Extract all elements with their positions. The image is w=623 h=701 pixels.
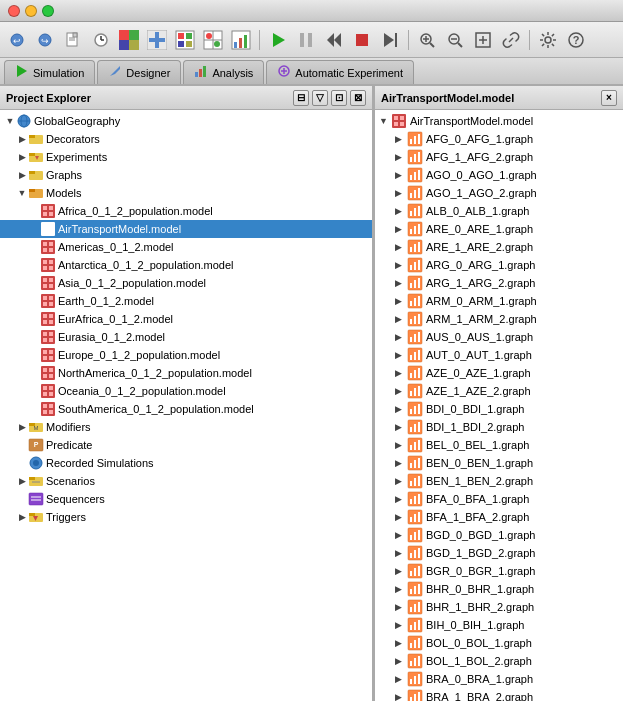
right-tree-item-ben1-ben2[interactable]: ▶ BEN_1_BEN_2.graph — [375, 472, 623, 490]
tool2-button[interactable] — [144, 27, 170, 53]
link-button[interactable] — [498, 27, 524, 53]
tree-item-eurafrica-model[interactable]: EurAfrica_0_1_2.model — [0, 310, 372, 328]
zoom-in-button[interactable] — [414, 27, 440, 53]
right-tree-item-ago1-ago2[interactable]: ▶ AGO_1_AGO_2.graph — [375, 184, 623, 202]
tree-item-graphs[interactable]: ▶ Graphs — [0, 166, 372, 184]
simulation-tab[interactable]: Simulation — [4, 60, 95, 84]
tool5-button[interactable] — [228, 27, 254, 53]
right-tree-item-are1-are2[interactable]: ▶ ARE_1_ARE_2.graph — [375, 238, 623, 256]
right-tree-item-bra1-bra2[interactable]: ▶ BRA_1_BRA_2.graph — [375, 688, 623, 701]
right-tree-item-afg1-afg2[interactable]: ▶ AFG_1_AFG_2.graph — [375, 148, 623, 166]
rewind-button[interactable] — [321, 27, 347, 53]
right-tree-root[interactable]: ▼ AirTransportModel.model — [375, 112, 623, 130]
right-tree-item-bdi0-bdi1[interactable]: ▶ BDI_0_BDI_1.graph — [375, 400, 623, 418]
nav-back-button[interactable]: ↩ — [4, 27, 30, 53]
right-tree-item-bra0-bra1[interactable]: ▶ BRA_0_BRA_1.graph — [375, 670, 623, 688]
right-tree-item-are0-are1[interactable]: ▶ ARE_0_ARE_1.graph — [375, 220, 623, 238]
graph-icon — [407, 293, 423, 309]
svg-rect-121 — [49, 374, 53, 378]
close-panel-button[interactable]: ⊠ — [350, 90, 366, 106]
graph-icon — [407, 491, 423, 507]
right-tree-item-bih0-bih1[interactable]: ▶ BIH_0_BIH_1.graph — [375, 616, 623, 634]
right-tree-item-bgd0-bgd1[interactable]: ▶ BGD_0_BGD_1.graph — [375, 526, 623, 544]
right-tree-item-bhr0-bhr1[interactable]: ▶ BHR_0_BHR_1.graph — [375, 580, 623, 598]
tool1-button[interactable] — [116, 27, 142, 53]
graph-icon — [407, 131, 423, 147]
right-tree-item-aut0-aut1[interactable]: ▶ AUT_0_AUT_1.graph — [375, 346, 623, 364]
tree-item-africa-model[interactable]: Africa_0_1_2_population.model — [0, 202, 372, 220]
stop-button[interactable] — [349, 27, 375, 53]
close-button[interactable] — [8, 5, 20, 17]
tree-item-eurasia-model[interactable]: Eurasia_0_1_2.model — [0, 328, 372, 346]
graph-expand-icon: ▶ — [395, 494, 407, 504]
africa-model-label: Africa_0_1_2_population.model — [58, 205, 213, 217]
right-tree-item-arg0-arg1[interactable]: ▶ ARG_0_ARG_1.graph — [375, 256, 623, 274]
svg-rect-171 — [414, 208, 416, 216]
tree-item-europe-model[interactable]: Europe_0_1_2_population.model — [0, 346, 372, 364]
collapse-all-button[interactable]: ⊟ — [293, 90, 309, 106]
tree-item-asia-model[interactable]: Asia_0_1_2_population.model — [0, 274, 372, 292]
play-button[interactable] — [265, 27, 291, 53]
right-tree-item-afg0-afg1[interactable]: ▶ AFG_0_AFG_1.graph — [375, 130, 623, 148]
auto-experiment-tab[interactable]: Automatic Experiment — [266, 60, 414, 84]
right-tree-item-ben0-ben1[interactable]: ▶ BEN_0_BEN_1.graph — [375, 454, 623, 472]
minimize-button[interactable] — [25, 5, 37, 17]
svg-rect-232 — [418, 476, 420, 486]
tree-item-predicate[interactable]: P Predicate — [0, 436, 372, 454]
right-tree-item-aze1-aze2[interactable]: ▶ AZE_1_AZE_2.graph — [375, 382, 623, 400]
tree-item-global-geography[interactable]: ▼ GlobalGeography — [0, 112, 372, 130]
right-tree-item-bfa0-bfa1[interactable]: ▶ BFA_0_BFA_1.graph — [375, 490, 623, 508]
right-tree-item-aze0-aze1[interactable]: ▶ AZE_0_AZE_1.graph — [375, 364, 623, 382]
maximize-button[interactable] — [42, 5, 54, 17]
right-tree-item-arm1-arm2[interactable]: ▶ ARM_1_ARM_2.graph — [375, 310, 623, 328]
right-tree-item-bel0-bel1[interactable]: ▶ BEL_0_BEL_1.graph — [375, 436, 623, 454]
view-button[interactable]: ⊡ — [331, 90, 347, 106]
file-button[interactable] — [60, 27, 86, 53]
help-button[interactable]: ? — [563, 27, 589, 53]
tree-item-southamerica-model[interactable]: SouthAmerica_0_1_2_population.model — [0, 400, 372, 418]
right-tree-item-bhr1-bhr2[interactable]: ▶ BHR_1_BHR_2.graph — [375, 598, 623, 616]
tool4-button[interactable] — [200, 27, 226, 53]
tree-item-antarctica-model[interactable]: Antarctica_0_1_2_population.model — [0, 256, 372, 274]
tree-item-northamerica-model[interactable]: NorthAmerica_0_1_2_population.model — [0, 364, 372, 382]
tool3-button[interactable] — [172, 27, 198, 53]
svg-rect-264 — [418, 620, 420, 630]
tree-item-recorded-simulations[interactable]: Recorded Simulations — [0, 454, 372, 472]
earth-model-icon — [40, 293, 56, 309]
right-tree-item-aus0-aus1[interactable]: ▶ AUS_0_AUS_1.graph — [375, 328, 623, 346]
expand-dropdown-button[interactable]: ▽ — [312, 90, 328, 106]
right-tree-item-arg1-arg2[interactable]: ▶ ARG_1_ARG_2.graph — [375, 274, 623, 292]
zoom-out-button[interactable] — [442, 27, 468, 53]
tree-item-scenarios[interactable]: ▶ Scenarios — [0, 472, 372, 490]
close-right-panel-button[interactable]: × — [601, 90, 617, 106]
analysis-tab[interactable]: Analysis — [183, 60, 264, 84]
right-tree-item-bgr0-bgr1[interactable]: ▶ BGR_0_BGR_1.graph — [375, 562, 623, 580]
tree-item-decorators[interactable]: ▶ Decorators — [0, 130, 372, 148]
tree-item-sequencers[interactable]: Sequencers — [0, 490, 372, 508]
right-tree-item-bgd1-bgd2[interactable]: ▶ BGD_1_BGD_2.graph — [375, 544, 623, 562]
tree-item-airtransport-model[interactable]: AirTransportModel.model — [0, 220, 372, 238]
right-tree-item-bfa1-bfa2[interactable]: ▶ BFA_1_BFA_2.graph — [375, 508, 623, 526]
tree-item-models[interactable]: ▼ Models — [0, 184, 372, 202]
tree-item-americas-model[interactable]: Americas_0_1_2.model — [0, 238, 372, 256]
tree-item-triggers[interactable]: ▶ Triggers — [0, 508, 372, 526]
tree-item-earth-model[interactable]: Earth_0_1_2.model — [0, 292, 372, 310]
settings-button[interactable] — [535, 27, 561, 53]
right-tree-item-ago0-ago1[interactable]: ▶ AGO_0_AGO_1.graph — [375, 166, 623, 184]
step-button[interactable] — [377, 27, 403, 53]
clock-button[interactable] — [88, 27, 114, 53]
pause-button[interactable] — [293, 27, 319, 53]
tree-item-modifiers[interactable]: ▶ M Modifiers — [0, 418, 372, 436]
tree-item-oceania-model[interactable]: Oceania_0_1_2_population.model — [0, 382, 372, 400]
graph-label: BFA_1_BFA_2.graph — [426, 511, 529, 523]
tree-item-experiments[interactable]: ▶ Experiments — [0, 148, 372, 166]
designer-tab[interactable]: Designer — [97, 60, 181, 84]
nav-forward-button[interactable]: ↪ — [32, 27, 58, 53]
right-tree-item-bdi1-bdi2[interactable]: ▶ BDI_1_BDI_2.graph — [375, 418, 623, 436]
right-tree-item-alb0-alb1[interactable]: ▶ ALB_0_ALB_1.graph — [375, 202, 623, 220]
right-tree-item-bol0-bol1[interactable]: ▶ BOL_0_BOL_1.graph — [375, 634, 623, 652]
right-tree-item-arm0-arm1[interactable]: ▶ ARM_0_ARM_1.graph — [375, 292, 623, 310]
right-tree-item-bol1-bol2[interactable]: ▶ BOL_1_BOL_2.graph — [375, 652, 623, 670]
fit-button[interactable] — [470, 27, 496, 53]
graph-icon — [407, 221, 423, 237]
